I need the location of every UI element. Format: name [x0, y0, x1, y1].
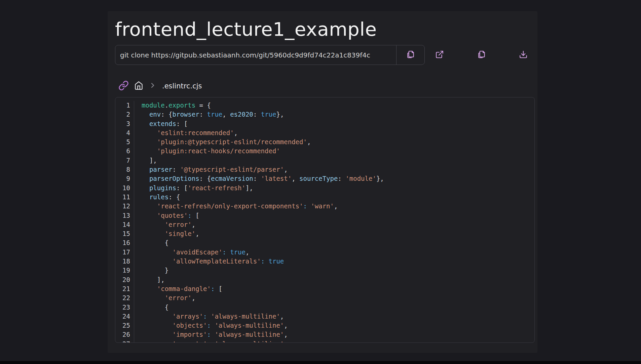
download-icon	[519, 50, 528, 60]
line-number: 4	[115, 128, 134, 137]
line-number: 2	[115, 110, 134, 119]
home-icon	[134, 81, 143, 91]
code-line: 18 'allowTemplateLiterals': true	[115, 257, 534, 266]
chevron-right-icon	[149, 81, 157, 91]
line-content: 'objects': 'always-multiline',	[134, 321, 288, 330]
code-line: 2 env: {browser: true, es2020: true},	[115, 110, 534, 119]
copy-link-button[interactable]	[475, 48, 488, 62]
line-number: 6	[115, 147, 134, 156]
copy-icon	[477, 50, 486, 60]
line-number: 10	[115, 184, 134, 193]
line-number: 15	[115, 229, 134, 238]
breadcrumb-home[interactable]	[134, 81, 143, 91]
line-content: 'eslint:recommended',	[134, 128, 238, 137]
code-line: 7 ],	[115, 156, 534, 165]
code-line: 4 'eslint:recommended',	[115, 128, 534, 137]
code-line: 13 'quotes': [	[115, 211, 534, 220]
line-number: 7	[115, 156, 134, 165]
code-line: 15 'single',	[115, 229, 534, 238]
download-button[interactable]	[517, 48, 530, 62]
line-number: 27	[115, 339, 134, 343]
line-number: 23	[115, 303, 134, 312]
line-content: {	[134, 303, 168, 312]
code-line: 19 }	[115, 266, 534, 275]
code-line: 25 'objects': 'always-multiline',	[115, 321, 534, 330]
line-content: plugins: ['react-refresh'],	[134, 184, 253, 193]
code-line: 22 'error',	[115, 293, 534, 302]
line-number: 19	[115, 266, 134, 275]
code-line: 12 'react-refresh/only-export-components…	[115, 202, 534, 211]
line-content: 'exports': 'always-multiline'	[134, 339, 284, 343]
line-content: ],	[134, 275, 165, 284]
line-number: 20	[115, 275, 134, 284]
line-content: ],	[134, 156, 157, 165]
share-link-button[interactable]	[118, 80, 129, 92]
line-content: 'arrays': 'always-multiline',	[134, 312, 284, 321]
line-content: 'imports': 'always-multiline',	[134, 330, 288, 339]
clone-input-group	[115, 45, 425, 65]
line-content: extends: [	[134, 119, 188, 128]
line-number: 3	[115, 119, 134, 128]
breadcrumb: .eslintrc.cjs	[115, 80, 530, 92]
line-content: 'react-refresh/only-export-components': …	[134, 202, 338, 211]
code-line: 3 extends: [	[115, 119, 534, 128]
clone-url-input[interactable]	[115, 45, 397, 65]
code-line: 14 'error',	[115, 220, 534, 229]
line-number: 1	[115, 101, 134, 110]
open-external-button[interactable]	[433, 48, 446, 62]
page-title: frontend_lecture1_example	[115, 11, 530, 41]
line-content: 'avoidEscape': true,	[134, 248, 249, 257]
code-line: 8 parser: '@typescript-eslint/parser',	[115, 165, 534, 174]
code-line: 20 ],	[115, 275, 534, 284]
line-content: {	[134, 238, 168, 247]
code-line: 26 'imports': 'always-multiline',	[115, 330, 534, 339]
line-number: 5	[115, 137, 134, 147]
code-line: 9 parserOptions: {ecmaVersion: 'latest',…	[115, 174, 534, 183]
line-number: 11	[115, 193, 134, 202]
code-line: 16 {	[115, 238, 534, 247]
line-content: }	[134, 266, 168, 275]
line-content: env: {browser: true, es2020: true},	[134, 110, 284, 119]
line-number: 9	[115, 174, 134, 183]
code-line: 11 rules: {	[115, 193, 534, 202]
line-content: 'comma-dangle': [	[134, 284, 222, 293]
repo-card: frontend_lecture1_example	[108, 11, 537, 353]
code-lines: 1module.exports = {2 env: {browser: true…	[115, 101, 534, 343]
copy-clone-url-button[interactable]	[396, 45, 425, 65]
bottom-strip	[0, 361, 641, 364]
line-number: 16	[115, 238, 134, 247]
line-content: 'plugin:react-hooks/recommended'	[134, 147, 280, 156]
line-content: parserOptions: {ecmaVersion: 'latest', s…	[134, 174, 384, 183]
line-content: module.exports = {	[134, 101, 211, 110]
code-line: 10 plugins: ['react-refresh'],	[115, 184, 534, 193]
line-number: 22	[115, 293, 134, 302]
line-number: 14	[115, 220, 134, 229]
code-viewer[interactable]: 1module.exports = {2 env: {browser: true…	[115, 97, 535, 343]
line-content: 'error',	[134, 293, 195, 302]
external-link-icon	[435, 50, 444, 60]
line-number: 26	[115, 330, 134, 339]
line-content: parser: '@typescript-eslint/parser',	[134, 165, 288, 174]
code-line: 24 'arrays': 'always-multiline',	[115, 312, 534, 321]
code-line: 1module.exports = {	[115, 101, 534, 110]
action-icons	[425, 45, 530, 65]
line-number: 18	[115, 257, 134, 266]
code-line: 21 'comma-dangle': [	[115, 284, 534, 293]
code-line: 6 'plugin:react-hooks/recommended'	[115, 147, 534, 156]
link-chain-icon	[118, 80, 129, 92]
copy-icon	[406, 50, 415, 60]
breadcrumb-file-name: .eslintrc.cjs	[162, 82, 202, 90]
line-number: 24	[115, 312, 134, 321]
line-content: 'allowTemplateLiterals': true	[134, 257, 284, 266]
line-number: 12	[115, 202, 134, 211]
code-line: 27 'exports': 'always-multiline'	[115, 339, 534, 343]
line-content: rules: {	[134, 193, 180, 202]
line-number: 8	[115, 165, 134, 174]
line-content: 'single',	[134, 229, 199, 238]
line-content: 'quotes': [	[134, 211, 199, 220]
line-content: 'error',	[134, 220, 195, 229]
code-line: 23 {	[115, 303, 534, 312]
line-number: 25	[115, 321, 134, 330]
clone-bar	[115, 45, 530, 65]
line-number: 21	[115, 284, 134, 293]
